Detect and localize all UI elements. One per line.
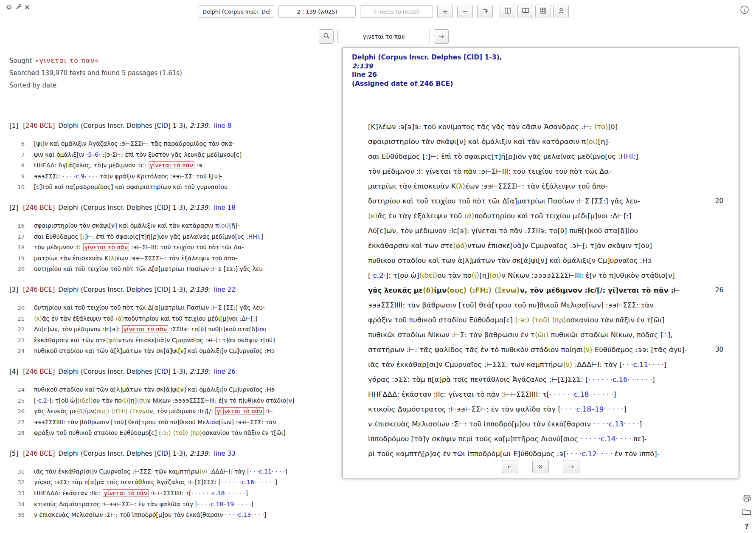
result-line-link[interactable]: line 33 xyxy=(214,450,236,457)
greek-text: ρὶ τοὺς καμπτῆ[ρ]ας ἐν τῶι ἱπποδρόμ[ωι Ε… xyxy=(368,450,660,458)
prev-page-button[interactable]: ← xyxy=(502,460,518,473)
result-header: [1][246 BCE]Delphi (Corpus Inscr. Delphe… xyxy=(9,122,332,130)
editorial-insertion: ⟨ους⟩ xyxy=(94,408,110,415)
editorial-insertion: ⟨το⟩ xyxy=(594,123,608,131)
line-number: 25 xyxy=(9,395,34,406)
book-view-button[interactable] xyxy=(517,5,533,18)
editorial-insertion: ⟨κ⟩ xyxy=(34,315,42,322)
work-title-field[interactable] xyxy=(199,5,274,18)
goto-line-button[interactable] xyxy=(477,5,493,18)
viewer-text-line: ϶϶϶ΣΣΣΙΙΙΙ: τὰν βάθρωσιν [τοῦ] θεά[τρου … xyxy=(368,298,722,313)
line-number: 34 xyxy=(9,499,34,510)
greek-text: Λύ[c]ων, τὸν μέδιμνον :Ιϲ[϶]: γίνεται τὸ… xyxy=(34,324,267,335)
lacuna-annotation: · · · ·c.13· · · · xyxy=(225,511,264,518)
navigation-toolbar: + − xyxy=(199,5,569,18)
editorial-insertion: ⟨ιδεί⟩ xyxy=(77,397,93,404)
greek-text: [ψι]ν καὶ ὁμάλιξιν Ἀγάζαλος :϶⊢ΣΣΣ⊢: τᾶς… xyxy=(34,138,234,149)
result-work-title: Delphi (Corpus Inscr. Delphes [CID] 1-3)… xyxy=(58,204,187,212)
result-line-link[interactable]: line 8 xyxy=(214,122,231,130)
result-text-line: 35ν ἐπισκευὰς Μελισσίων :Σ⊢: τοῦ ἱπποδρό… xyxy=(9,510,332,521)
info-icon[interactable]: i xyxy=(740,5,749,16)
result-lines: 24πυθικοῦ σταδίου καὶ τῶν ἀ[λ]μάτων τὰν … xyxy=(9,384,332,439)
viewer-title-block: Delphi (Corpus Inscr. Delphes [CID] 1-3)… xyxy=(352,53,502,88)
viewer-body: [Κ]λέων :϶[϶]϶: τοῦ κονίματος τᾶς γᾶς τὰ… xyxy=(368,119,722,461)
greek-text: [·c.2·]: τ[οῦ ὡ]⟨ιδεί⟩ου τὰν πο⟨ί⟩[η]⟨σι… xyxy=(34,395,294,406)
search-go-button[interactable]: → xyxy=(434,29,449,44)
result-location: 2:139 xyxy=(190,286,208,293)
result-date: [246 BCE] xyxy=(23,286,55,293)
result-line-link[interactable]: line 18 xyxy=(214,204,236,212)
greek-text: Λύ[c]ων, τὸν μέδιμνον :Ιϲ[϶]: γίνεται τὸ… xyxy=(368,227,638,235)
viewer-text-line: ρὶ τοὺς καμπτῆ[ρ]ας ἐν τῶι ἱπποδρόμ[ωι Ε… xyxy=(368,446,722,461)
greek-text: πυθικῶι σταδίωι Νίκων :⊢Σ: τὰν βάθρωσιν … xyxy=(368,331,672,339)
result-text-line: 16σφαιριστηρίου τὰν σκάψι[ν] καὶ ὁμάλιξι… xyxy=(9,220,332,231)
viewer-text-line: Λύ[c]ων, τὸν μέδιμνον :Ιϲ[϶]: γίνεται τὸ… xyxy=(368,223,722,238)
sort-order-note: Sorted by date xyxy=(9,81,332,90)
search-result: [4][246 BCE]Delphi (Corpus Inscr. Delphe… xyxy=(9,368,332,439)
result-text-line: 21⟨κ⟩ᾶς ἐν τὰγ ἐξάλειψιν τοῦ ⟨ἀ⟩ποδυτηρί… xyxy=(9,313,332,324)
person-view-button[interactable] xyxy=(553,5,569,18)
grid-view-button[interactable] xyxy=(535,5,551,18)
line-number: 18 xyxy=(9,242,34,253)
search-button[interactable] xyxy=(319,29,334,44)
zoom-out-button[interactable]: − xyxy=(457,5,473,18)
close-viewer-button[interactable]: × xyxy=(532,460,549,473)
greek-text: ΗΗϜΔΔΔ: ἑκάσταν :ΙΙϲ: γίνεται τὸ πᾶν :⊢⊢… xyxy=(34,488,248,499)
result-line-link[interactable]: line 22 xyxy=(214,286,236,293)
viewer-line-number: 26 xyxy=(715,283,723,298)
viewer-text-line: δυτηρίου καὶ τοῦ τειχίου τοῦ πὸτ τῶι Δ[α… xyxy=(368,194,722,209)
lacuna-annotation: · · · · ·c.14· · · · xyxy=(581,435,631,443)
greek-text: ἐκκάθαρσιν καὶ τῶν στε⟨φό⟩ντων ἐπισκε[υὰ… xyxy=(368,242,652,250)
result-index: [3] xyxy=(9,286,18,293)
result-line-link[interactable]: line 26 xyxy=(214,368,236,375)
result-text-line: 24πυθικοῦ σταδίου καὶ τῶν ἀ[λ]μάτων τὰν … xyxy=(9,346,332,357)
search-input[interactable] xyxy=(337,30,430,43)
location-field[interactable] xyxy=(278,5,356,18)
result-text-line: 28φράξιν τοῦ πυθικοῦ σταδίου Εὐθύδαμο[c]… xyxy=(9,428,332,439)
greek-text: φράξιν τοῦ πυθικοῦ σταδίου Εὐθύδαμο[c] ⟨… xyxy=(368,316,664,324)
greek-text: σαι Εὐθύδαμος [:]⊢: ἐπὶ τὸ σφαιρις[τ]ή[ρ… xyxy=(368,152,638,161)
viewer-text-line: ⟨κ⟩ᾶς ἐν τὰγ ἐξάλειψιν τοῦ ⟨ἀ⟩ποδυτηρίου… xyxy=(368,209,722,223)
folder-icon[interactable] xyxy=(742,509,751,515)
line-number: 22 xyxy=(9,324,34,335)
viewer-date-note: (Assigned date of 246 BCE) xyxy=(352,79,502,88)
viewer-text-line: σαι Εὐθύδαμος [:]⊢: ἐπὶ τὸ σφαιρις[τ]ή[ρ… xyxy=(368,149,722,164)
columns-view-button[interactable] xyxy=(500,5,515,18)
greek-text: ματρίωι τὰν ἐπισκευὰν Κ⟨λ⟩έων :϶϶⊢ΣΣΣΣ⊢:… xyxy=(34,253,237,264)
printer-icon[interactable] xyxy=(742,495,751,502)
lacuna-annotation: · · · · · ·c.16· · · · · · xyxy=(221,479,275,485)
svg-text:i: i xyxy=(744,7,745,13)
viewer-text-line: ἱπποδρόμου [τὰ]γ σκάψιν περὶ τοὺς κα[μ]π… xyxy=(368,431,722,446)
tools-icon[interactable] xyxy=(15,4,21,10)
result-work-title: Delphi (Corpus Inscr. Delphes [CID] 1-3)… xyxy=(58,368,187,375)
greek-text: δυτηρίου καὶ τοῦ τειχίου τοῦ πὸτ τῶι Δ[α… xyxy=(368,197,640,205)
result-text-line: 26γᾶς λευκᾶς με⟨δ⟩ίμν⟨ους⟩ ⟨:ϜΗ:⟩ ⟨Ξενω⟩… xyxy=(9,406,332,417)
range-field[interactable] xyxy=(360,5,433,18)
result-text-line: 6[ψι]ν καὶ ὁμάλιξιν Ἀγάζαλος :϶⊢ΣΣΣ⊢: τᾶ… xyxy=(9,138,332,149)
result-work-title: Delphi (Corpus Inscr. Delphes [CID] 1-3)… xyxy=(58,286,187,293)
text-viewer-card: Delphi (Corpus Inscr. Delphes [CID] 1-3)… xyxy=(342,48,739,478)
greek-text: ϶϶϶ΣΣΣΙΙΙΙ: τὰν βάθρωσιν [τοῦ] θεά[τρου … xyxy=(368,301,653,309)
zoom-in-button[interactable]: + xyxy=(437,5,453,18)
result-text-line: 25[·c.2·]: τ[οῦ ὡ]⟨ιδεί⟩ου τὰν πο⟨ί⟩[η]⟨… xyxy=(9,395,332,406)
result-index: [1] xyxy=(9,122,18,130)
close-icon[interactable] xyxy=(25,5,30,10)
help-icon[interactable]: ? xyxy=(745,522,748,530)
result-text-line: 22Λύ[c]ων, τὸν μέδιμνον :Ιϲ[϶]: γίνεται … xyxy=(9,324,332,335)
result-date: [246 BCE] xyxy=(23,450,55,457)
editorial-insertion: ⟨Ξενω⟩ xyxy=(494,286,520,294)
gear-icon[interactable] xyxy=(6,4,12,10)
result-date: [246 BCE] xyxy=(23,204,55,212)
greek-text: ⟨κ⟩ᾶς ἐν τὰγ ἐξάλειψιν τοῦ ⟨ἀ⟩ποδυτηρίου… xyxy=(34,313,257,324)
line-number: 24 xyxy=(9,346,34,357)
greek-text: [Κ]λέων :϶[϶]϶: τοῦ κονίματος τᾶς γᾶς τὰ… xyxy=(368,123,618,131)
lacuna-annotation: :ΗΗΙ: xyxy=(246,233,261,240)
greek-text: πυθικοῦ σταδίου καὶ τῶν ἀ[λ]μάτων τὰν σκ… xyxy=(368,257,652,265)
greek-text: ἐκκάθαρσιν καὶ τῶν στε⟨φό⟩ντων ἐπισκε[υὰ… xyxy=(34,335,275,346)
next-page-button[interactable]: → xyxy=(563,460,579,473)
result-header: [2][246 BCE]Delphi (Corpus Inscr. Delphe… xyxy=(9,204,332,212)
lacuna-annotation: · · · ·c.13· · · · xyxy=(593,420,639,428)
result-index: [2] xyxy=(9,204,18,212)
editorial-insertion: ⟨ν⟩ xyxy=(200,468,208,475)
editorial-insertion: ⟨τοῦ⟩ xyxy=(173,429,188,436)
